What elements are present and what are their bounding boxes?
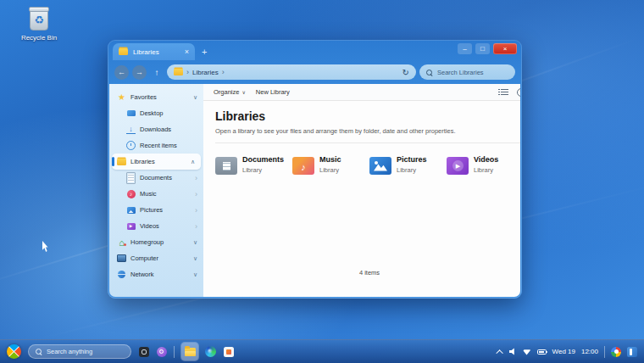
taskbar-divider [174,346,175,358]
documents-icon [126,173,136,182]
library-name: Videos [474,155,498,164]
address-bar[interactable]: › Libraries › ↻ [167,64,416,80]
library-type: Library [474,166,498,174]
network-icon [117,270,126,279]
library-tile[interactable]: Pictures Library [369,155,447,175]
folder-icon [117,157,126,166]
hidden-icons-chevron-icon[interactable] [496,349,502,356]
sidebar-item[interactable]: Documents [109,170,203,186]
volume-icon[interactable] [509,348,517,355]
library-tile[interactable]: Documents Library [215,155,292,175]
library-type: Library [319,166,341,174]
taskbar: Wed 19 12:00 [0,339,644,363]
cortana-icon[interactable] [157,347,167,357]
recycle-bin-label: Recycle Bin [12,34,66,42]
library-tile[interactable]: Videos Library [447,155,520,175]
library-type: Library [397,166,427,174]
new-library-button[interactable]: New Library [256,88,290,96]
command-bar: Organize∨ New Library [203,84,520,101]
sidebar-item[interactable]: Downloads [109,121,203,137]
desktop-icon [126,109,136,118]
taskbar-search[interactable] [28,344,131,359]
battery-icon[interactable] [537,349,547,355]
sidebar-item[interactable]: Homegroup [109,234,203,250]
search-icon [36,349,42,355]
tab-close-icon[interactable]: × [185,47,189,56]
pictures-icon [126,205,136,215]
tab-libraries[interactable]: Libraries × [113,43,195,60]
back-button[interactable]: ← [114,65,129,80]
window-body: Favorites Desktop Downloads Recent items… [109,84,520,297]
mouse-cursor [42,241,50,252]
system-tray: Wed 19 12:00 [498,346,637,358]
library-tile[interactable]: Music Library [292,155,369,175]
path-separator: › [222,68,225,76]
page-title: Libraries [215,109,520,123]
folder-icon [174,68,183,77]
recent-icon [126,141,136,150]
sidebar-item[interactable]: Pictures [109,202,203,218]
edge-browser-icon[interactable] [205,346,216,357]
search-box[interactable] [419,64,515,80]
file-explorer-taskbar-button[interactable] [181,343,198,360]
status-bar: 4 items [203,269,520,276]
sidebar-item[interactable]: Network [109,266,203,282]
help-icon[interactable] [517,88,520,97]
tray-time[interactable]: 12:00 [581,348,598,355]
start-button[interactable] [3,341,24,361]
sidebar-item-label: Downloads [140,126,171,133]
library-tiles: Documents Library Music Library [215,155,520,175]
close-button[interactable]: × [493,43,517,54]
sidebar-item-label: Pictures [140,206,163,214]
sidebar-item[interactable]: Favorites [109,89,203,105]
explorer-window: Libraries × + – □ × ← → ↑ › Libraries › … [108,40,522,299]
search-input[interactable] [437,69,508,76]
search-icon [426,70,432,75]
tab-bar: Libraries × + – □ × [108,40,522,60]
pictures-library-icon [369,157,391,175]
wifi-icon[interactable] [523,349,531,355]
sidebar-item-label: Recent items [140,142,177,149]
page-description: Open a library to see your files and arr… [215,127,520,135]
up-button[interactable]: ↑ [150,65,164,79]
music-icon [126,189,136,198]
notification-center-icon[interactable] [627,347,637,357]
sidebar-item[interactable]: Music [109,186,203,202]
sidebar-item-label: Desktop [140,109,164,117]
new-tab-button[interactable]: + [195,43,214,60]
sidebar-item-label: Documents [140,174,172,182]
maximize-button[interactable]: □ [475,43,490,54]
sidebar-item[interactable]: Computer [109,250,203,266]
library-name: Pictures [397,155,427,164]
videos-icon [126,221,136,231]
videos-library-icon [447,157,469,175]
taskbar-search-input[interactable] [47,348,124,355]
sidebar-item[interactable]: Recent items [109,137,203,154]
tray-date[interactable]: Wed 19 [552,348,575,355]
computer-icon [117,254,126,263]
sidebar: Favorites Desktop Downloads Recent items… [109,84,203,297]
content-main: Libraries Open a library to see your fil… [203,101,520,297]
sidebar-item-label: Music [140,190,157,198]
address-path[interactable]: Libraries [192,69,219,76]
refresh-icon[interactable]: ↻ [402,68,409,77]
recycle-bin-desktop-icon[interactable]: ♻ Recycle Bin [12,8,66,42]
minimize-button[interactable]: – [458,43,472,54]
recycle-bin-icon: ♻ [30,8,48,31]
music-library-icon [292,157,314,175]
library-name: Music [319,155,341,164]
path-separator: › [186,68,189,76]
sidebar-item[interactable]: Libraries [112,154,201,170]
window-controls: – □ × [458,43,517,54]
forward-button[interactable]: → [132,65,147,80]
tab-label: Libraries [133,48,159,56]
sidebar-item[interactable]: Videos [109,218,203,234]
sidebar-item[interactable]: Desktop [109,105,203,121]
widgets-icon[interactable] [611,347,621,357]
star-icon [117,92,126,102]
store-app-icon[interactable] [224,347,234,357]
list-view-icon[interactable] [501,89,508,95]
task-view-icon[interactable] [139,347,149,357]
organize-button[interactable]: Organize∨ [214,88,246,96]
folder-icon [119,47,128,57]
